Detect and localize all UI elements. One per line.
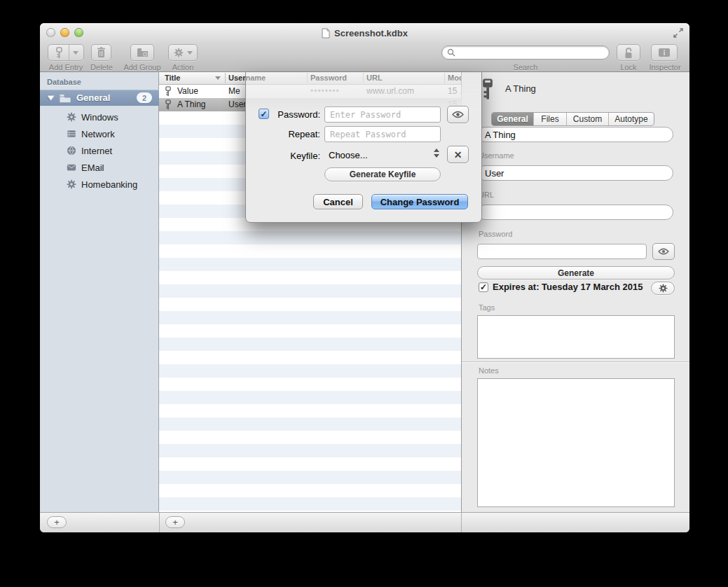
tab-custom[interactable]: Custom xyxy=(567,113,609,125)
sidebar-item-internet[interactable]: Internet xyxy=(40,142,159,159)
keyfile-value: Choose... xyxy=(329,150,368,160)
sidebar-item-windows[interactable]: Windows xyxy=(40,109,159,125)
reveal-password-button[interactable] xyxy=(652,243,675,260)
bottom-bar: + + xyxy=(40,512,689,532)
add-entry-bottom-button[interactable]: + xyxy=(165,516,185,528)
sidebar-item-label: Network xyxy=(81,129,115,139)
add-group-bottom-button[interactable]: + xyxy=(47,516,67,528)
gear-icon xyxy=(67,179,76,189)
fullscreen-icon[interactable] xyxy=(673,27,684,39)
repeat-input[interactable] xyxy=(324,126,441,142)
server-icon xyxy=(67,129,76,139)
keyfile-select[interactable]: Choose... xyxy=(324,146,441,163)
expires-row: ✓ Expires at: Tuesday 17 March 2015 xyxy=(479,282,643,292)
clear-keyfile-button[interactable]: ✕ xyxy=(447,146,469,163)
key-icon xyxy=(55,47,63,59)
inspector-label: Inspector xyxy=(647,63,683,71)
sort-descending-icon xyxy=(215,76,221,80)
title-bar: Screenshot.kdbx xyxy=(40,23,689,43)
lock-label: Lock xyxy=(614,63,643,71)
show-password-button[interactable] xyxy=(447,106,469,123)
entry-title: A Thing xyxy=(177,99,205,109)
delete-button[interactable] xyxy=(91,44,111,61)
inspector-panel: A Thing General Files Custom Autotype Us… xyxy=(461,72,689,512)
inspector-button[interactable] xyxy=(651,44,678,61)
gear-icon xyxy=(174,48,184,57)
add-group-label: Add Group xyxy=(118,63,166,71)
password-label: Password xyxy=(479,230,512,238)
change-password-button[interactable]: Change Password xyxy=(371,194,468,209)
check-icon: ✓ xyxy=(480,282,487,292)
tab-general[interactable]: General xyxy=(492,113,534,125)
tab-files[interactable]: Files xyxy=(534,113,567,125)
search-label: Search xyxy=(441,63,610,71)
tab-autotype[interactable]: Autotype xyxy=(609,113,654,125)
disclosure-triangle-icon[interactable] xyxy=(48,95,55,100)
search-field[interactable] xyxy=(441,46,610,60)
folder-plus-icon xyxy=(137,48,149,57)
notes-field[interactable] xyxy=(477,378,675,507)
envelope-icon xyxy=(67,163,76,172)
sidebar-item-label: Internet xyxy=(81,146,112,156)
search-icon xyxy=(447,48,455,57)
entry-title: Value xyxy=(177,86,198,96)
sidebar-item-label: EMail xyxy=(81,163,104,173)
add-group-button[interactable] xyxy=(130,44,154,61)
window-title: Screenshot.kdbx xyxy=(334,28,408,39)
add-entry-button[interactable] xyxy=(48,44,84,61)
sidebar-item-label: Windows xyxy=(81,112,118,123)
keyfile-label: Keyfile: xyxy=(267,151,320,161)
column-header-title[interactable]: Title xyxy=(165,74,180,82)
notes-label: Notes xyxy=(479,366,499,375)
action-dropdown-icon[interactable] xyxy=(187,51,193,55)
group-count-badge: 2 xyxy=(137,92,152,103)
trash-icon xyxy=(97,47,106,58)
folder-icon xyxy=(59,93,71,103)
url-field[interactable] xyxy=(477,205,673,220)
expires-checkbox[interactable]: ✓ xyxy=(479,282,488,292)
action-label: Action xyxy=(168,63,198,71)
gear-icon xyxy=(659,284,668,293)
key-icon xyxy=(481,78,495,100)
close-icon: ✕ xyxy=(454,149,462,160)
inspector-tabs: General Files Custom Autotype xyxy=(491,112,654,126)
stepper-icon xyxy=(434,149,439,158)
cancel-button[interactable]: Cancel xyxy=(313,194,363,209)
sidebar-header: Database xyxy=(47,78,81,86)
change-password-dialog: ✓ Password: Repeat: Keyfile: Choose... ✕… xyxy=(245,72,482,223)
generate-keyfile-button[interactable]: Generate Keyfile xyxy=(324,167,441,181)
delete-label: Delete xyxy=(88,63,116,71)
group-sidebar: Database General 2 xyxy=(40,72,159,512)
sidebar-item-email[interactable]: EMail xyxy=(40,159,159,176)
username-label: Username xyxy=(479,151,514,160)
eye-icon xyxy=(658,248,669,255)
repeat-label: Repeat: xyxy=(267,129,320,139)
password-label: Password: xyxy=(267,109,320,120)
sidebar-item-homebanking[interactable]: Homebanking xyxy=(40,176,159,193)
entry-username: User xyxy=(228,99,246,109)
key-icon xyxy=(165,99,172,110)
lock-button[interactable] xyxy=(617,44,640,61)
inspector-entry-title: A Thing xyxy=(505,83,536,94)
app-window: Screenshot.kdbx Add Entry xyxy=(40,23,689,532)
toolbar: Add Entry Delete Add Group xyxy=(40,43,689,72)
entry-username: Me xyxy=(228,86,240,96)
title-field[interactable] xyxy=(477,127,673,142)
action-button[interactable] xyxy=(168,44,198,61)
globe-icon xyxy=(67,146,76,156)
add-entry-dropdown-icon[interactable] xyxy=(73,51,78,55)
gear-icon xyxy=(67,112,76,122)
add-entry-label: Add Entry xyxy=(46,63,86,71)
password-input[interactable] xyxy=(324,106,441,123)
search-input[interactable] xyxy=(459,47,609,58)
sidebar-item-network[interactable]: Network xyxy=(40,125,159,142)
expires-settings-button[interactable] xyxy=(651,282,675,295)
sidebar-item-label: Homebanking xyxy=(81,179,137,190)
sidebar-item-general[interactable]: General 2 xyxy=(40,90,159,106)
password-field[interactable] xyxy=(477,244,647,259)
lock-open-icon xyxy=(624,47,633,59)
document-icon xyxy=(322,28,330,39)
generate-password-button[interactable]: Generate xyxy=(477,266,675,279)
username-field[interactable] xyxy=(477,165,673,181)
tags-field[interactable] xyxy=(477,315,675,359)
